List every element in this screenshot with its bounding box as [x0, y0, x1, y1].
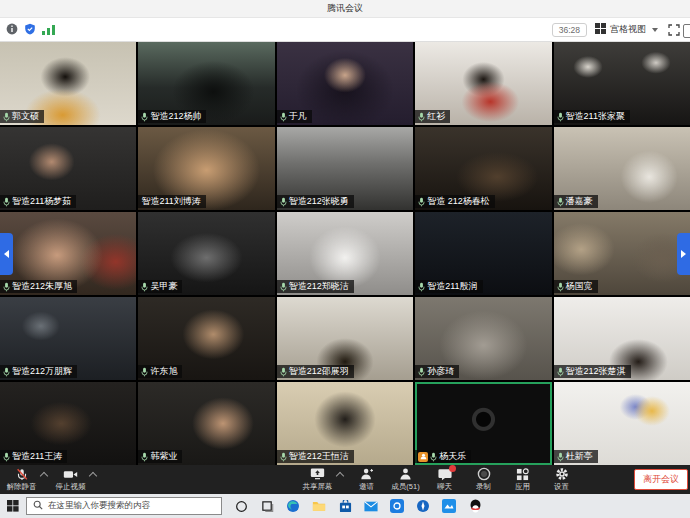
mic-icon [557, 197, 564, 207]
search-icon [33, 500, 43, 512]
toolbar-button-settings[interactable]: 设置 [542, 465, 581, 494]
participant-name: 智造212杨帅 [150, 111, 201, 122]
toolbar-button-share-screen[interactable]: 共享屏幕 [298, 465, 337, 494]
chevron-up-icon[interactable] [336, 471, 344, 479]
chevron-up-icon[interactable] [89, 471, 97, 479]
video-tile-20[interactable]: 智造212张楚淇 [554, 297, 690, 380]
video-tile-10[interactable]: 潘嘉豪 [554, 127, 690, 210]
participant-nametag: 智造212朱厚旭 [0, 280, 77, 293]
video-tile-7[interactable]: 智造211刘博涛 [138, 127, 274, 210]
video-tile-6[interactable]: 智造211杨梦茹 [0, 127, 136, 210]
video-tile-1[interactable]: 郭文硕 [0, 42, 136, 125]
mail-icon[interactable] [358, 494, 384, 518]
arrow-left-icon [4, 250, 9, 258]
chat-icon [438, 467, 452, 481]
previous-page-button[interactable] [0, 233, 13, 275]
invite-icon [360, 467, 374, 481]
toolbar-button-label: 邀请 [359, 482, 374, 492]
docs-app-icon[interactable] [436, 494, 462, 518]
toolbar-left-group: 解除静音停止视频 [2, 465, 100, 494]
fullscreen-icon[interactable] [668, 24, 680, 36]
search-input[interactable]: 在这里输入你要搜索的内容 [26, 497, 222, 515]
participant-nametag: 智造211王涛 [0, 450, 67, 463]
toolbar-button-label: 设置 [554, 482, 569, 492]
task-view-icon[interactable] [254, 494, 280, 518]
participant-name: 智造212王恒洁 [289, 451, 349, 462]
toolbar-button-chat[interactable]: 聊天 [425, 465, 464, 494]
participant-nametag: 杜新亭 [554, 450, 598, 463]
compass-app-icon[interactable] [410, 494, 436, 518]
video-tile-21[interactable]: 智造211王涛 [0, 382, 136, 465]
toolbar-button-apps[interactable]: 应用 [503, 465, 542, 494]
video-tile-4[interactable]: 红衫 [415, 42, 551, 125]
file-explorer-icon[interactable] [306, 494, 332, 518]
record-icon [477, 467, 491, 481]
video-tile-24[interactable]: 杨天乐 [415, 382, 551, 465]
toolbar-button-label: 停止视频 [56, 482, 86, 492]
view-mode-label: 宫格视图 [610, 23, 646, 36]
view-mode-selector[interactable]: 宫格视图 [595, 23, 658, 36]
toolbar-button-camera[interactable]: 停止视频 [51, 465, 90, 494]
members-icon [399, 467, 412, 481]
participant-name: 智造212朱厚旭 [12, 281, 72, 292]
meeting-app-icon[interactable] [384, 494, 410, 518]
participant-nametag: 智造212张楚淇 [554, 365, 631, 378]
qq-icon[interactable] [462, 494, 488, 518]
signal-icon [42, 21, 55, 39]
video-tile-25[interactable]: 杜新亭 [554, 382, 690, 465]
video-tile-11[interactable]: 智造212朱厚旭 [0, 212, 136, 295]
leave-meeting-button[interactable]: 离开会议 [634, 469, 688, 490]
video-tile-5[interactable]: 智造211张家聚 [554, 42, 690, 125]
video-tile-23[interactable]: 智造212王恒洁 [277, 382, 413, 465]
video-tile-9[interactable]: 智造 212杨春松 [415, 127, 551, 210]
participant-nametag: 于凡 [277, 110, 312, 123]
toolbar-button-label: 成员(51) [391, 482, 419, 492]
participant-nametag: 智造211张家聚 [554, 110, 630, 123]
meeting-timer: 36:28 [552, 23, 587, 37]
video-tile-2[interactable]: 智造212杨帅 [138, 42, 274, 125]
chevron-up-icon[interactable] [40, 471, 48, 479]
participant-nametag: 郭文硕 [0, 110, 44, 123]
participant-name: 智造212郑晓洁 [289, 281, 349, 292]
toolbar-button-mic-muted[interactable]: 解除静音 [2, 465, 41, 494]
video-grid-area: 郭文硕智造212杨帅于凡红衫智造211张家聚智造211杨梦茹智造211刘博涛智造… [0, 42, 690, 465]
shield-icon[interactable] [24, 21, 36, 39]
participant-name: 许东旭 [150, 366, 177, 377]
video-tile-22[interactable]: 韩紫业 [138, 382, 274, 465]
video-tile-12[interactable]: 吴甲豪 [138, 212, 274, 295]
participant-nametag: 智造211殷润 [415, 280, 482, 293]
toolbar-button-invite[interactable]: 邀请 [347, 465, 386, 494]
store-icon[interactable] [332, 494, 358, 518]
video-tile-17[interactable]: 许东旭 [138, 297, 274, 380]
participant-name: 于凡 [289, 111, 307, 122]
video-tile-15[interactable]: 杨国宽 [554, 212, 690, 295]
info-icon[interactable] [6, 21, 18, 39]
video-tile-8[interactable]: 智造212张晓勇 [277, 127, 413, 210]
settings-icon [555, 467, 569, 481]
toolbar-button-label: 解除静音 [7, 482, 37, 492]
video-tile-13[interactable]: 智造212郑晓洁 [277, 212, 413, 295]
mic-icon [418, 197, 425, 207]
edge-icon[interactable] [280, 494, 306, 518]
mic-icon [280, 452, 287, 462]
participant-name: 智造212万朋辉 [12, 366, 72, 377]
toolbar-center-group: 共享屏幕邀请成员(51)聊天录制应用设置 [298, 465, 581, 494]
video-tile-3[interactable]: 于凡 [277, 42, 413, 125]
participant-name: 潘嘉豪 [566, 196, 593, 207]
video-tile-16[interactable]: 智造212万朋辉 [0, 297, 136, 380]
mic-icon [3, 112, 10, 122]
toolbar-button-record[interactable]: 录制 [464, 465, 503, 494]
mic-icon [418, 112, 425, 122]
participant-name: 红衫 [427, 111, 445, 122]
cortana-icon[interactable] [228, 494, 254, 518]
video-tile-19[interactable]: 孙彦琦 [415, 297, 551, 380]
participant-name: 韩紫业 [150, 451, 177, 462]
start-button[interactable] [0, 494, 26, 518]
next-page-button[interactable] [677, 233, 690, 275]
toolbar-button-members[interactable]: 成员(51) [386, 465, 425, 494]
video-tile-14[interactable]: 智造211殷润 [415, 212, 551, 295]
participant-nametag: 智造 212杨春松 [415, 195, 495, 208]
taskbar-icons [228, 494, 488, 518]
participant-name: 智造211杨梦茹 [12, 196, 71, 207]
video-tile-18[interactable]: 智造212邵展羽 [277, 297, 413, 380]
